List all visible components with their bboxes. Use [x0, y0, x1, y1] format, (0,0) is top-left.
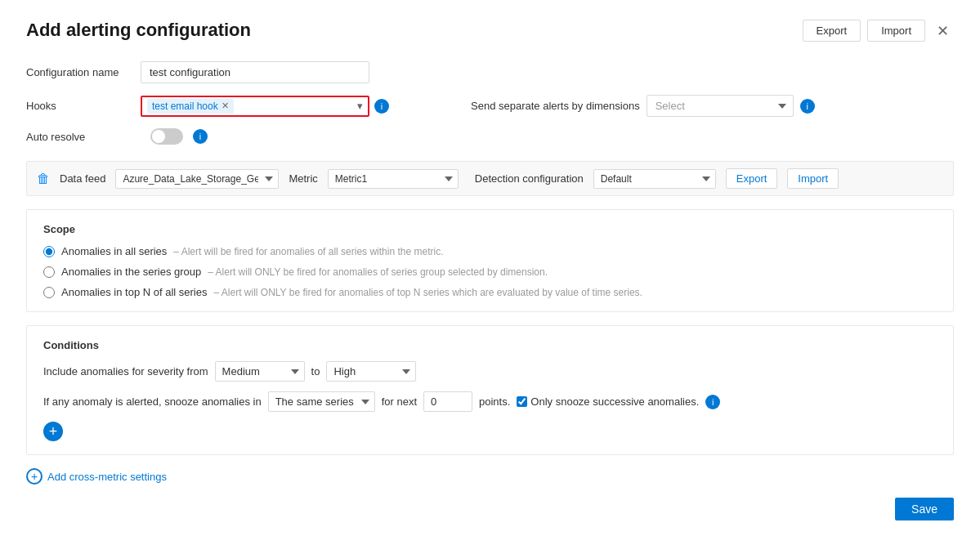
- metric-select[interactable]: Metric1: [328, 169, 459, 189]
- only-successive-item: Only snooze successive anomalies. i: [517, 395, 720, 409]
- detection-export-button[interactable]: Export: [726, 168, 778, 189]
- auto-resolve-toggle[interactable]: [150, 128, 183, 145]
- add-cross-metric-label: Add cross-metric settings: [47, 471, 167, 483]
- scope-all-series: Anomalies in all series – Alert will be …: [43, 245, 937, 257]
- detection-import-button[interactable]: Import: [787, 168, 839, 189]
- save-button[interactable]: Save: [895, 498, 954, 520]
- send-alerts-select[interactable]: Select: [647, 95, 794, 117]
- close-button[interactable]: ✕: [932, 20, 954, 42]
- scope-section: Scope Anomalies in all series – Alert wi…: [26, 209, 954, 312]
- scope-top-n-radio[interactable]: [43, 287, 55, 298]
- scope-top-n-label: Anomalies in top N of all series: [61, 286, 207, 298]
- data-feed-select[interactable]: Azure_Data_Lake_Storage_Ge: [115, 169, 279, 189]
- hook-tag: test email hook ✕: [147, 99, 234, 114]
- severity-to-text: to: [311, 365, 320, 377]
- data-feed-bar: 🗑 Data feed Azure_Data_Lake_Storage_Ge M…: [26, 161, 954, 196]
- scope-all-series-desc: – Alert will be fired for anomalies of a…: [173, 246, 443, 257]
- scope-top-n: Anomalies in top N of all series – Alert…: [43, 286, 937, 298]
- scope-all-series-radio[interactable]: [43, 246, 55, 257]
- hooks-info-icon[interactable]: i: [374, 99, 389, 114]
- add-cross-metric[interactable]: + Add cross-metric settings: [26, 468, 954, 485]
- only-successive-info-icon[interactable]: i: [705, 395, 720, 409]
- config-name-label: Configuration name: [26, 66, 141, 78]
- conditions-section: Conditions Include anomalies for severit…: [26, 325, 954, 455]
- toggle-knob: [152, 130, 165, 143]
- severity-to-select[interactable]: High Low Medium: [326, 361, 416, 382]
- header-actions: Export Import ✕: [803, 20, 954, 42]
- page-title: Add alerting configuration: [26, 20, 251, 41]
- hook-tag-close[interactable]: ✕: [222, 101, 229, 111]
- scope-series-group-desc: – Alert will ONLY be fired for anomalies…: [208, 266, 548, 278]
- scope-series-group: Anomalies in the series group – Alert wi…: [43, 266, 937, 278]
- detection-config-select[interactable]: Default: [593, 169, 716, 189]
- metric-label: Metric: [289, 172, 317, 185]
- send-alerts-info-icon[interactable]: i: [800, 99, 815, 114]
- data-feed-label: Data feed: [60, 172, 105, 185]
- scope-series-group-radio[interactable]: [43, 266, 55, 278]
- export-button[interactable]: Export: [803, 20, 861, 42]
- scope-title: Scope: [43, 223, 937, 235]
- snooze-row: If any anomaly is alerted, snooze anomal…: [43, 391, 937, 412]
- delete-icon[interactable]: 🗑: [37, 172, 50, 186]
- only-successive-label: Only snooze successive anomalies.: [530, 395, 699, 408]
- points-label: points.: [479, 395, 510, 408]
- scope-series-group-label: Anomalies in the series group: [61, 266, 201, 278]
- add-condition-button[interactable]: +: [43, 422, 63, 441]
- auto-resolve-info-icon[interactable]: i: [193, 129, 208, 144]
- auto-resolve-label: Auto resolve: [26, 131, 141, 143]
- snooze-label: If any anomaly is alerted, snooze anomal…: [43, 395, 262, 408]
- auto-resolve-row: Auto resolve i: [26, 128, 954, 145]
- scope-all-series-label: Anomalies in all series: [61, 245, 167, 257]
- scope-top-n-desc: – Alert will ONLY be fired for anomalies…: [213, 287, 642, 298]
- conditions-title: Conditions: [43, 339, 937, 351]
- only-successive-checkbox[interactable]: [517, 396, 527, 407]
- footer-save: Save: [26, 498, 954, 520]
- import-button[interactable]: Import: [867, 20, 925, 42]
- severity-from-select[interactable]: Medium Low High: [215, 361, 305, 382]
- snooze-series-select[interactable]: The same series All series: [268, 391, 375, 412]
- send-alerts-label: Send separate alerts by dimensions: [471, 100, 640, 112]
- scope-radio-group: Anomalies in all series – Alert will be …: [43, 245, 937, 298]
- for-next-label: for next: [382, 395, 417, 408]
- points-input[interactable]: [423, 391, 472, 412]
- severity-label: Include anomalies for severity from: [43, 365, 208, 377]
- hooks-field[interactable]: test email hook ✕ ▾: [141, 96, 369, 117]
- hooks-label: Hooks: [26, 100, 141, 112]
- config-name-input[interactable]: [141, 61, 369, 83]
- severity-row: Include anomalies for severity from Medi…: [43, 361, 937, 382]
- detection-config-label: Detection configuration: [475, 172, 584, 185]
- add-cross-metric-icon: +: [26, 468, 43, 485]
- hooks-dropdown-arrow[interactable]: ▾: [357, 100, 363, 112]
- config-name-row: Configuration name: [26, 61, 954, 83]
